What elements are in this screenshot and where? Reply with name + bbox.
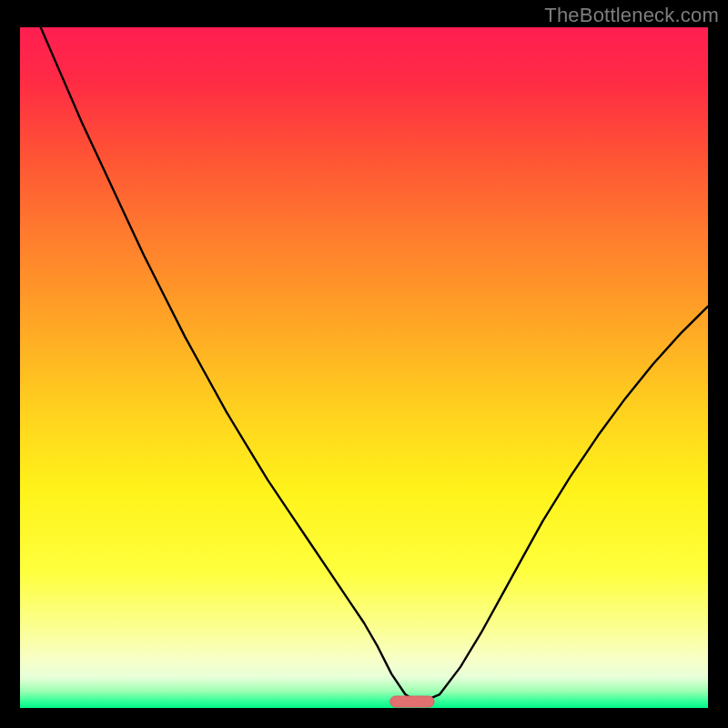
gradient-background (20, 27, 708, 708)
plot-area (20, 27, 708, 708)
watermark: TheBottleneck.com (544, 4, 719, 27)
chart-container: TheBottleneck.com (0, 0, 728, 728)
optimal-marker (390, 696, 434, 707)
chart-svg (20, 27, 708, 708)
